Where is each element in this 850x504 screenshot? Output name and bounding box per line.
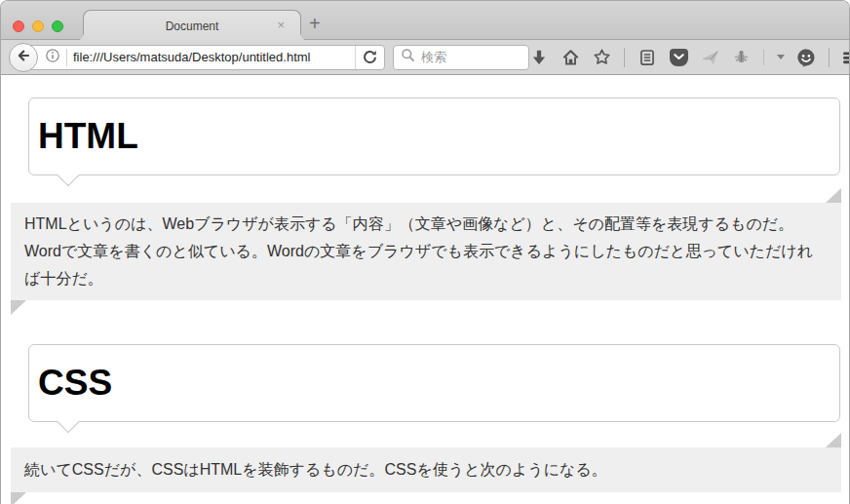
tab-title: Document — [166, 19, 219, 33]
address-text[interactable]: file:///Users/matsuda/Desktop/untitled.h… — [73, 50, 355, 64]
back-arrow-icon — [16, 48, 31, 67]
url-bar[interactable]: file:///Users/matsuda/Desktop/untitled.h… — [22, 45, 385, 70]
pocket-button[interactable] — [669, 48, 688, 67]
heading-css: CSS — [28, 344, 840, 422]
toolbar-divider — [624, 48, 625, 67]
toolbar-divider — [829, 48, 830, 67]
tab-bar: Document × + — [1, 1, 849, 40]
star-icon — [593, 48, 611, 66]
navigation-toolbar: file:///Users/matsuda/Desktop/untitled.h… — [1, 40, 849, 75]
search-field[interactable]: 検索 — [393, 45, 529, 70]
page-info-icon[interactable] — [45, 48, 60, 67]
close-window-button[interactable] — [13, 20, 24, 32]
toolbar-buttons — [529, 48, 850, 67]
traffic-lights — [13, 20, 63, 32]
menu-button[interactable] — [842, 48, 850, 67]
dropdown-caret-icon[interactable] — [777, 55, 785, 59]
tab-close-icon[interactable]: × — [277, 19, 285, 32]
reading-list-icon — [638, 49, 656, 66]
back-button[interactable] — [9, 43, 38, 72]
browser-window: Document × + file:///Users/matsuda/Deskt… — [0, 0, 850, 504]
hello-button[interactable] — [796, 48, 816, 67]
heading-html: HTML — [28, 97, 840, 175]
send-tab-button[interactable] — [700, 48, 719, 67]
bookmark-star-button[interactable] — [592, 48, 611, 67]
home-button[interactable] — [560, 48, 580, 67]
reload-button[interactable] — [355, 46, 384, 69]
paragraph-css: 続いてCSSだが、CSSはHTMLを装飾するものだ。CSSを使うと次のようになる… — [11, 447, 841, 492]
zoom-window-button[interactable] — [52, 20, 63, 32]
paragraph-html: HTMLというのは、Webブラウザが表示する「内容」（文章や画像など）と、その配… — [11, 203, 841, 300]
search-placeholder: 検索 — [421, 49, 446, 66]
search-magnifier-icon — [401, 48, 415, 66]
minimize-window-button[interactable] — [32, 20, 44, 32]
home-icon — [561, 48, 580, 66]
hello-chat-smiley-icon — [796, 48, 816, 67]
firebug-button[interactable] — [731, 48, 751, 67]
page-content: HTML HTMLというのは、Webブラウザが表示する「内容」（文章や画像など）… — [1, 75, 849, 504]
firebug-icon — [732, 48, 751, 66]
tab-document[interactable]: Document × — [83, 10, 301, 41]
new-tab-button[interactable]: + — [309, 13, 321, 34]
pocket-icon — [670, 49, 688, 66]
download-icon — [530, 49, 548, 66]
dropdown-divider — [763, 50, 764, 65]
reading-list-button[interactable] — [638, 48, 657, 67]
download-button[interactable] — [529, 48, 549, 67]
menu-hamburger-icon — [842, 49, 850, 66]
urlbar-divider — [66, 49, 67, 66]
send-plane-icon — [701, 48, 719, 66]
reload-icon — [362, 49, 378, 65]
